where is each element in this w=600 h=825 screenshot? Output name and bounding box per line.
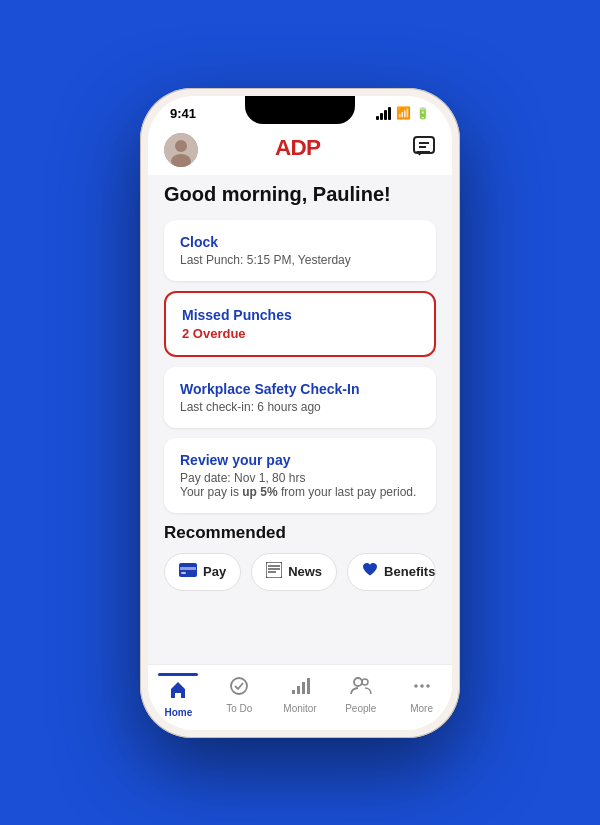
svg-point-21 bbox=[414, 684, 418, 688]
bottom-nav: Home To Do bbox=[148, 664, 452, 730]
workplace-safety-subtitle: Last check-in: 6 hours ago bbox=[180, 400, 420, 414]
user-avatar[interactable] bbox=[164, 133, 198, 167]
nav-item-people[interactable]: People bbox=[336, 676, 386, 714]
app-header: ADP bbox=[148, 125, 452, 175]
greeting-text: Good morning, Pauline! bbox=[164, 183, 436, 206]
more-icon bbox=[412, 676, 432, 701]
svg-point-14 bbox=[231, 678, 247, 694]
wifi-icon: 📶 bbox=[396, 106, 411, 120]
svg-rect-8 bbox=[180, 567, 196, 570]
battery-icon: 🔋 bbox=[416, 107, 430, 120]
review-pay-subtitle1: Pay date: Nov 1, 80 hrs bbox=[180, 471, 420, 485]
more-label: More bbox=[410, 703, 433, 714]
chat-icon[interactable] bbox=[412, 135, 436, 164]
clock-card-title: Clock bbox=[180, 234, 420, 250]
svg-point-22 bbox=[420, 684, 424, 688]
svg-point-19 bbox=[354, 678, 362, 686]
svg-point-1 bbox=[175, 140, 187, 152]
todo-label: To Do bbox=[226, 703, 252, 714]
recommended-chips: Pay News bbox=[164, 553, 436, 601]
main-content: Good morning, Pauline! Clock Last Punch:… bbox=[148, 175, 452, 664]
pay-chip-label: Pay bbox=[203, 564, 226, 579]
svg-rect-15 bbox=[292, 690, 295, 694]
benefits-chip-icon bbox=[362, 562, 378, 581]
nav-item-more[interactable]: More bbox=[397, 676, 447, 714]
missed-punches-card[interactable]: Missed Punches 2 Overdue bbox=[164, 291, 436, 357]
svg-text:ADP: ADP bbox=[275, 134, 321, 159]
monitor-label: Monitor bbox=[283, 703, 316, 714]
phone-screen: 9:41 📶 🔋 bbox=[148, 96, 452, 730]
nav-item-home[interactable]: Home bbox=[153, 673, 203, 718]
nav-item-todo[interactable]: To Do bbox=[214, 676, 264, 714]
nav-item-monitor[interactable]: Monitor bbox=[275, 676, 325, 714]
notch bbox=[245, 96, 355, 124]
pay-change-prefix: Your pay is bbox=[180, 485, 242, 499]
avatar[interactable] bbox=[164, 133, 198, 167]
home-icon bbox=[168, 680, 188, 705]
news-chip[interactable]: News bbox=[251, 553, 337, 591]
review-pay-card[interactable]: Review your pay Pay date: Nov 1, 80 hrs … bbox=[164, 438, 436, 513]
pay-change-bold: up 5% bbox=[242, 485, 277, 499]
missed-punches-title: Missed Punches bbox=[182, 307, 418, 323]
benefits-chip[interactable]: Benefits En bbox=[347, 553, 436, 591]
overdue-text: 2 Overdue bbox=[182, 326, 418, 341]
benefits-chip-label: Benefits En bbox=[384, 564, 436, 579]
svg-rect-4 bbox=[414, 137, 434, 153]
adp-logo: ADP bbox=[275, 133, 335, 167]
phone-frame: 9:41 📶 🔋 bbox=[140, 88, 460, 738]
svg-point-23 bbox=[426, 684, 430, 688]
todo-icon bbox=[229, 676, 249, 701]
svg-rect-10 bbox=[266, 562, 282, 578]
people-icon bbox=[350, 676, 372, 701]
signal-icon bbox=[376, 107, 391, 120]
review-pay-title: Review your pay bbox=[180, 452, 420, 468]
svg-rect-18 bbox=[307, 678, 310, 694]
clock-card[interactable]: Clock Last Punch: 5:15 PM, Yesterday bbox=[164, 220, 436, 281]
svg-rect-17 bbox=[302, 682, 305, 694]
monitor-icon bbox=[290, 676, 310, 701]
pay-chip[interactable]: Pay bbox=[164, 553, 241, 591]
svg-rect-9 bbox=[181, 572, 186, 574]
workplace-safety-title: Workplace Safety Check-In bbox=[180, 381, 420, 397]
news-chip-icon bbox=[266, 562, 282, 582]
clock-card-subtitle: Last Punch: 5:15 PM, Yesterday bbox=[180, 253, 420, 267]
home-label: Home bbox=[164, 707, 192, 718]
status-icons: 📶 🔋 bbox=[376, 106, 430, 120]
svg-rect-16 bbox=[297, 686, 300, 694]
people-label: People bbox=[345, 703, 376, 714]
workplace-safety-card[interactable]: Workplace Safety Check-In Last check-in:… bbox=[164, 367, 436, 428]
status-time: 9:41 bbox=[170, 106, 196, 121]
news-chip-label: News bbox=[288, 564, 322, 579]
review-pay-subtitle2: Your pay is up 5% from your last pay per… bbox=[180, 485, 420, 499]
recommended-title: Recommended bbox=[164, 523, 436, 543]
pay-change-suffix: from your last pay period. bbox=[278, 485, 417, 499]
home-active-indicator bbox=[158, 673, 198, 676]
pay-chip-icon bbox=[179, 563, 197, 581]
